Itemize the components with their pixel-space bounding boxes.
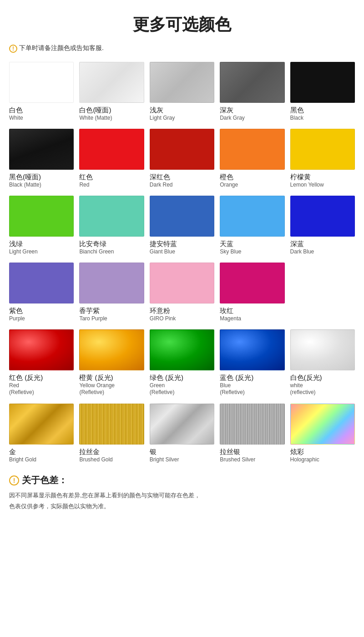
color-zh-giant-blue: 捷安特蓝 [150, 239, 177, 248]
color-item-white-reflective: 白色(反光)white (reflective) [290, 329, 355, 396]
color-en-white: White [9, 115, 23, 122]
color-zh-bianchi-green: 比安奇绿 [79, 239, 106, 248]
color-zh-dark-gray: 深灰 [220, 106, 233, 115]
color-zh-white: 白色 [9, 106, 23, 115]
color-swatch-purple [9, 263, 74, 303]
color-en-black: Black [290, 115, 303, 122]
color-zh-white-matte: 白色(哑面) [79, 106, 111, 115]
color-en-bright-silver: Bright Silver [150, 456, 179, 464]
color-swatch-black-matte [9, 129, 74, 170]
color-swatch-dark-red [150, 129, 214, 170]
color-item-dark-blue: 深蓝Dark Blue [290, 196, 355, 255]
color-en-white-reflective: white (reflective) [290, 382, 316, 396]
color-swatch-taro-purple [79, 263, 144, 303]
footer-notice-icon: ! [9, 475, 19, 485]
color-swatch-holographic [290, 404, 355, 445]
footer-title: ! 关于色差： [9, 474, 355, 486]
color-swatch-black [290, 62, 355, 103]
color-swatch-magenta [220, 263, 284, 303]
color-item-lemon-yellow: 柠檬黄Lemon Yellow [290, 129, 355, 188]
color-item-dark-gray: 深灰Dark Gray [220, 62, 284, 121]
color-item-brushed-gold: 拉丝金Brushed Gold [79, 404, 144, 463]
color-zh-bright-gold: 金 [9, 447, 16, 456]
color-swatch-brushed-silver [220, 404, 284, 445]
color-swatch-white-reflective [290, 329, 355, 370]
color-item-brushed-silver: 拉丝银Brushed Silver [220, 404, 284, 463]
color-swatch-light-green [9, 196, 74, 237]
color-item-dark-red: 深红色Dark Red [150, 129, 214, 188]
color-item-orange: 橙色Orange [220, 129, 284, 188]
color-swatch-light-gray [150, 62, 214, 103]
color-en-green-reflective: Green (Refletive) [150, 382, 175, 396]
color-item-light-gray: 浅灰Light Gray [150, 62, 214, 121]
color-swatch-white-matte [79, 62, 144, 103]
color-item-taro-purple: 香芋紫Taro Purple [79, 263, 144, 322]
color-swatch-dark-blue [290, 196, 355, 237]
color-item-light-green: 浅绿Light Green [9, 196, 74, 255]
color-en-taro-purple: Taro Purple [79, 315, 107, 323]
color-zh-lemon-yellow: 柠檬黄 [290, 172, 311, 182]
color-zh-taro-purple: 香芋紫 [79, 306, 100, 315]
color-swatch-bright-gold [9, 404, 74, 445]
color-item-red: 红色Red [79, 129, 144, 188]
color-zh-black-matte: 黑色(哑面) [9, 172, 41, 182]
color-en-blue-reflective: Blue (Refletive) [220, 382, 245, 396]
color-item-bright-silver: 银Bright Silver [150, 404, 214, 463]
color-zh-purple: 紫色 [9, 306, 23, 315]
color-swatch-red [79, 129, 144, 170]
color-zh-light-gray: 浅灰 [150, 106, 163, 115]
color-item-white-matte: 白色(哑面)White (Matte) [79, 62, 144, 121]
color-en-giant-blue: Giant Blue [150, 248, 175, 256]
color-zh-white-reflective: 白色(反光) [290, 373, 322, 382]
color-zh-bright-silver: 银 [150, 447, 157, 456]
color-swatch-lemon-yellow [290, 129, 355, 170]
color-swatch-blue-reflective [220, 329, 284, 370]
color-item-yellow-orange-reflective: 橙黄 (反光)Yellow Orange (Refletive) [79, 329, 144, 396]
color-zh-red-reflective: 红色 (反光) [9, 373, 43, 382]
color-swatch-orange [220, 129, 284, 170]
color-en-dark-gray: Dark Gray [220, 115, 245, 122]
color-en-lemon-yellow: Lemon Yellow [290, 182, 324, 189]
notice-text: 下单时请备注颜色或告知客服. [19, 44, 104, 52]
color-swatch-dark-gray [220, 62, 284, 103]
color-item-bright-gold: 金Bright Gold [9, 404, 74, 463]
color-swatch-bianchi-green [79, 196, 144, 237]
color-item-blue-reflective: 蓝色 (反光)Blue (Refletive) [220, 329, 284, 396]
notice-icon: ! [9, 45, 17, 53]
color-en-brushed-silver: Brushed Silver [220, 456, 255, 464]
footer-text: 因不同屏幕显示颜色有差异,您在屏幕上看到的颜色与实物可能存在色差， 色表仅供参考… [9, 490, 355, 511]
color-swatch-brushed-gold [79, 404, 144, 445]
color-en-magenta: Magenta [220, 315, 241, 323]
color-item-giant-blue: 捷安特蓝Giant Blue [150, 196, 214, 255]
color-swatch-white [9, 62, 74, 103]
color-zh-magenta: 玫红 [220, 306, 233, 315]
color-zh-blue-reflective: 蓝色 (反光) [220, 373, 253, 382]
color-zh-dark-blue: 深蓝 [290, 239, 304, 248]
color-swatch-yellow-orange-reflective [79, 329, 144, 370]
color-item-giro-pink: 环意粉GIRO Pink [150, 263, 214, 322]
color-item-white: 白色White [9, 62, 74, 121]
color-swatch-red-reflective [9, 329, 74, 370]
color-en-holographic: Holographic [290, 456, 319, 464]
color-zh-brushed-silver: 拉丝银 [220, 447, 240, 456]
color-item-green-reflective: 绿色 (反光)Green (Refletive) [150, 329, 214, 396]
color-en-red-reflective: Red (Refletive) [9, 382, 34, 396]
color-swatch-green-reflective [150, 329, 214, 370]
color-en-light-green: Light Green [9, 248, 38, 256]
color-en-sky-blue: Sky Blue [220, 248, 241, 256]
color-en-bianchi-green: Bianchi Green [79, 248, 114, 256]
color-zh-green-reflective: 绿色 (反光) [150, 373, 183, 382]
color-zh-black: 黑色 [290, 106, 304, 115]
color-en-black-matte: Black (Matte) [9, 182, 41, 189]
color-zh-light-green: 浅绿 [9, 239, 23, 248]
color-swatch-giro-pink [150, 263, 214, 303]
color-swatch-giant-blue [150, 196, 214, 237]
color-swatch-bright-silver [150, 404, 214, 445]
color-zh-orange: 橙色 [220, 172, 233, 182]
color-en-dark-blue: Dark Blue [290, 248, 314, 256]
color-item-magenta: 玫红Magenta [220, 263, 284, 322]
color-grid: 白色White白色(哑面)White (Matte)浅灰Light Gray深灰… [9, 62, 355, 463]
color-zh-red: 红色 [79, 172, 93, 182]
color-zh-brushed-gold: 拉丝金 [79, 447, 100, 456]
color-zh-sky-blue: 天蓝 [220, 239, 233, 248]
